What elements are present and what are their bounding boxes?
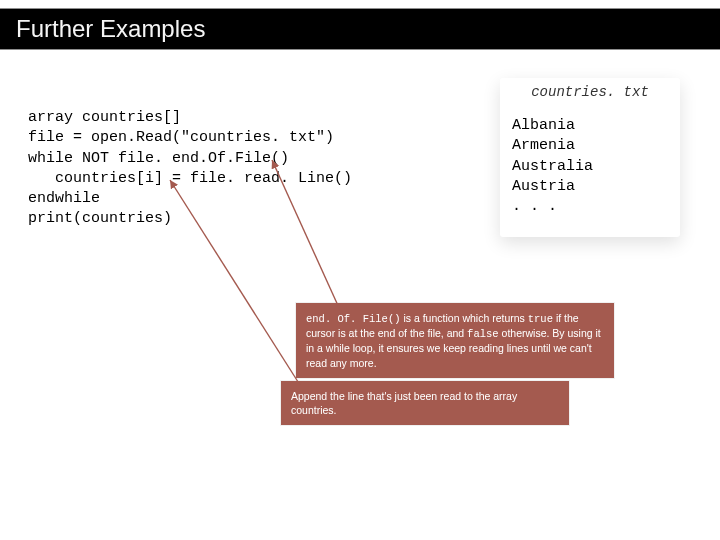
callout-text: is a function which returns: [401, 312, 528, 324]
header-bar: Further Examples: [0, 8, 720, 50]
callout-code-token: false: [467, 328, 499, 340]
pseudocode-block: array countries[] file = open.Read("coun…: [28, 108, 352, 230]
code-line: file = open.Read("countries. txt"): [28, 129, 334, 146]
code-line: array countries[]: [28, 109, 181, 126]
code-line: endwhile: [28, 190, 100, 207]
file-contents: Albania Armenia Australia Austria . . .: [500, 102, 680, 237]
callout-code-token: true: [528, 313, 553, 325]
slide-title: Further Examples: [16, 15, 205, 43]
file-name-label: countries. txt: [500, 78, 680, 102]
file-box: countries. txt Albania Armenia Australia…: [500, 78, 680, 237]
callout-code-token: end. Of. File(): [306, 313, 401, 325]
code-line: print(countries): [28, 210, 172, 227]
callout-text: Append the line that's just been read to…: [291, 390, 517, 416]
code-line: while NOT file. end.Of.File(): [28, 150, 289, 167]
slide: Further Examples array countries[] file …: [0, 0, 720, 540]
code-line: countries[i] = file. read. Line(): [28, 170, 352, 187]
callout-endoffile: end. Of. File() is a function which retu…: [295, 302, 615, 379]
callout-append: Append the line that's just been read to…: [280, 380, 570, 426]
